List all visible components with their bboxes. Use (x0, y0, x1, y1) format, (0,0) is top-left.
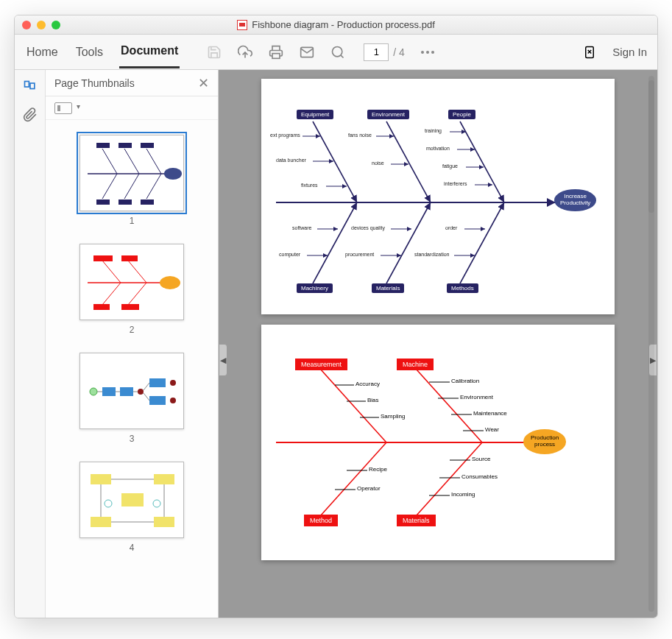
viewer-scroll[interactable]: Equipment Environment People Machinery M… (219, 70, 657, 618)
svg-line-66 (460, 202, 504, 283)
svg-rect-10 (24, 82, 29, 88)
svg-point-2 (333, 46, 342, 56)
save-icon (206, 44, 222, 60)
cause-environment-b: noise (372, 160, 384, 166)
svg-point-39 (138, 389, 144, 395)
thumbnail-4[interactable] (79, 462, 184, 538)
thumb-2-label: 2 (130, 325, 135, 335)
minimize-button[interactable] (37, 21, 46, 29)
svg-rect-20 (119, 143, 132, 148)
thumbnails-list: 1 2 (46, 120, 218, 618)
svg-line-29 (102, 283, 121, 305)
options-dropdown-icon[interactable] (54, 102, 72, 114)
viewer-scrollbar-thumb[interactable] (648, 80, 654, 213)
document-viewer: ◀ ▶ (219, 70, 657, 618)
thumb-item-3: 3 (79, 353, 184, 444)
maximize-button[interactable] (52, 21, 60, 29)
svg-line-85 (320, 442, 386, 516)
cat2-measurement: Measurement (295, 359, 347, 370)
svg-line-62 (386, 121, 431, 202)
svg-rect-50 (154, 474, 174, 484)
content-area: Page Thumbnails ✕ (15, 70, 657, 618)
svg-line-27 (102, 261, 121, 283)
svg-line-15 (146, 149, 161, 174)
cause-people-c: fatigue (442, 163, 458, 169)
cat-environment: Environment (367, 110, 409, 119)
thumbnail-1[interactable] (79, 135, 184, 211)
svg-rect-0 (272, 53, 280, 58)
svg-rect-19 (96, 143, 110, 148)
cause-environment-a: fans noise (348, 133, 372, 138)
nav-document[interactable]: Document (119, 35, 180, 68)
svg-rect-49 (91, 474, 111, 484)
c2-mach-c: Maintenance (473, 410, 507, 417)
cause-methods-b: standardization (414, 252, 449, 257)
page-number-input[interactable] (364, 43, 389, 61)
thumb-3-label: 3 (130, 434, 135, 444)
cause-people-a: training (425, 128, 442, 133)
more-icon[interactable] (420, 44, 436, 60)
cause-equipment-c: fixtures (301, 183, 318, 188)
titlebar: Fishbone diagram - Production process.pd… (15, 15, 657, 35)
cause-machinery-b: computer (279, 252, 300, 257)
c2-meth-a: Recipe (369, 466, 387, 473)
cause-people-d: interferers (444, 181, 467, 186)
svg-rect-40 (149, 378, 166, 387)
svg-rect-52 (91, 517, 111, 527)
c2-mach-a: Calibration (451, 378, 479, 384)
cat2-materials: Materials (397, 515, 436, 526)
cause-machinery-a: software (292, 225, 311, 230)
cause-people-b: motivation (426, 146, 450, 151)
page-1[interactable]: Equipment Environment People Machinery M… (261, 79, 615, 314)
cause-equipment-a: ext programs (270, 133, 300, 138)
nav-home[interactable]: Home (25, 37, 60, 68)
svg-line-48 (144, 393, 149, 400)
panel-header: Page Thumbnails ✕ (46, 70, 218, 96)
c2-mach-b: Environment (460, 394, 493, 400)
app-window: Fishbone diagram - Production process.pd… (14, 15, 658, 618)
svg-point-42 (170, 380, 176, 386)
svg-point-25 (164, 168, 182, 180)
svg-line-30 (128, 283, 146, 305)
panel-title: Page Thumbnails (54, 77, 135, 89)
page-total-label: / 4 (393, 46, 405, 58)
thumbnail-3[interactable] (79, 353, 184, 429)
page-navigator: / 4 (364, 43, 405, 61)
page-2[interactable]: Measurement Machine Method Materials Acc… (261, 325, 615, 560)
svg-line-65 (386, 202, 431, 283)
cat-machinery: Machinery (297, 283, 333, 293)
svg-point-36 (90, 388, 97, 395)
svg-line-64 (313, 202, 357, 283)
attachment-icon[interactable] (22, 107, 38, 123)
panel-close-button[interactable]: ✕ (198, 75, 209, 91)
mail-icon[interactable] (299, 44, 315, 60)
svg-rect-21 (141, 143, 154, 148)
svg-line-17 (124, 174, 139, 199)
nav-tools[interactable]: Tools (74, 37, 105, 68)
cause-equipment-b: data buncher (276, 158, 306, 163)
viewer-scrollbar-track[interactable] (648, 76, 654, 612)
c2-meas-a: Accuracy (356, 381, 380, 387)
cat-equipment: Equipment (297, 110, 333, 119)
cause-materials-a: devices quality (351, 225, 385, 230)
mobile-icon[interactable] (581, 44, 598, 60)
cat-methods: Methods (447, 283, 478, 293)
svg-point-35 (160, 276, 180, 289)
search-icon[interactable] (330, 44, 346, 60)
c2-meas-b: Bias (367, 397, 379, 403)
cloud-upload-icon[interactable] (237, 44, 253, 60)
print-icon[interactable] (268, 44, 284, 60)
thumb-4-label: 4 (130, 543, 135, 553)
thumbnails-icon[interactable] (22, 79, 38, 95)
svg-line-3 (341, 54, 344, 57)
close-button[interactable] (22, 21, 31, 29)
svg-line-14 (124, 149, 139, 174)
sign-in-link[interactable]: Sign In (612, 46, 647, 58)
thumbnail-2[interactable] (79, 244, 184, 320)
svg-rect-51 (121, 493, 144, 506)
cat2-method: Method (304, 515, 338, 526)
svg-point-5 (426, 51, 429, 54)
cause-materials-b: procurement (345, 252, 374, 257)
thumb-item-2: 2 (79, 244, 184, 335)
svg-rect-34 (121, 304, 139, 310)
